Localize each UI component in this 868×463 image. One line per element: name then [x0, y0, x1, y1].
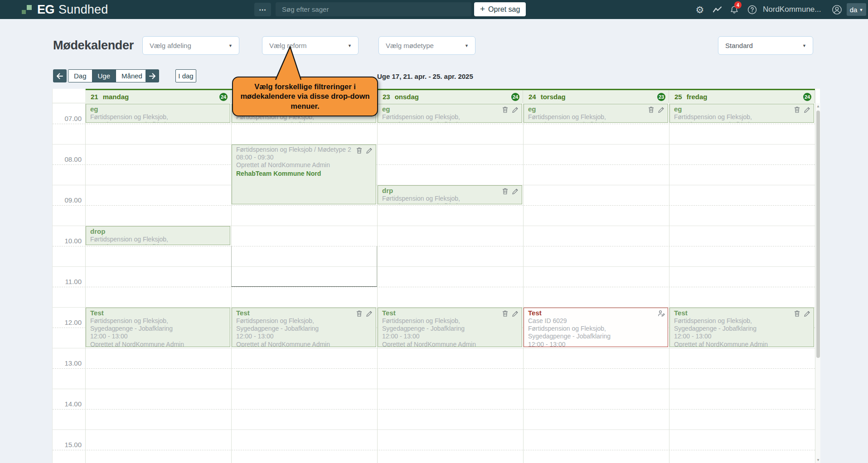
activity-button[interactable]: [711, 0, 723, 19]
arrow-left-icon: [56, 73, 63, 79]
delete-event-button[interactable]: [502, 310, 509, 317]
department-dropdown[interactable]: Vælg afdeling ▼: [142, 36, 239, 55]
department-placeholder: Vælg afdeling: [150, 42, 191, 49]
calendar-event[interactable]: dropFørtidspension og Fleksjob,Sygedagpe…: [86, 226, 230, 245]
time-label: 09.00: [53, 196, 82, 204]
half-hour-line: [53, 409, 815, 410]
settings-button[interactable]: ⚙: [693, 0, 706, 19]
calendar-event[interactable]: TestFørtidspension og Fleksjob,Sygedagpe…: [86, 308, 230, 347]
event-detail: Sygedagpenge - Jobafklaring: [528, 121, 664, 123]
delete-event-button[interactable]: [794, 106, 801, 113]
half-hour-line: [53, 164, 815, 165]
create-case-button[interactable]: + Opret sag: [474, 2, 526, 16]
case-search[interactable]: [276, 2, 471, 16]
day-name: mandag: [103, 93, 129, 101]
scrollbar-thumb[interactable]: [816, 111, 820, 358]
delete-event-button[interactable]: [502, 188, 509, 195]
event-detail: Sygedagpenge - Jobafklaring: [528, 333, 664, 340]
assign-user-button[interactable]: [658, 310, 665, 317]
day-header[interactable]: 21mandag24: [85, 90, 231, 103]
hour-line: [53, 429, 815, 430]
event-detail: Oprettet af NordKommune Admin: [382, 341, 518, 347]
day-name: fredag: [687, 93, 708, 101]
delete-event-button[interactable]: [502, 106, 509, 113]
event-detail: 12:00 - 13:00: [674, 333, 810, 340]
help-button[interactable]: [746, 0, 758, 19]
event-detail: Oprettet af NordKommune Admin: [90, 341, 226, 347]
tab-day[interactable]: Dag: [68, 70, 92, 82]
edit-event-button[interactable]: [366, 310, 373, 317]
delete-event-button[interactable]: [356, 310, 363, 317]
day-header[interactable]: 25fredag24: [669, 90, 815, 103]
trash-icon: [356, 310, 363, 317]
app-logo: EG Sundhed: [22, 0, 108, 19]
edit-event-button[interactable]: [658, 106, 665, 113]
edit-event-button[interactable]: [512, 188, 519, 195]
calendar-event[interactable]: TestFørtidspension og Fleksjob,Sygedagpe…: [378, 308, 522, 347]
calendar-event[interactable]: TestFørtidspension og Fleksjob,Sygedagpe…: [232, 308, 376, 347]
event-title: eg: [382, 105, 518, 113]
previous-week-button[interactable]: [53, 69, 67, 82]
event-actions: [648, 106, 665, 113]
event-detail: Sygedagpenge - Jobafklaring: [236, 121, 372, 123]
calendar-event[interactable]: drpFørtidspension og Fleksjob,Sygedagpen…: [378, 185, 522, 204]
meeting-type-dropdown[interactable]: Vælg mødetype ▼: [378, 36, 475, 55]
more-menu-button[interactable]: ⋯: [254, 3, 271, 16]
help-icon: [747, 5, 757, 14]
calendar-event[interactable]: TestCase ID 6029Førtidspension og Fleksj…: [524, 308, 668, 347]
event-detail: Oprettet af NordKommune Admin: [236, 341, 372, 347]
day-header[interactable]: 24torsdag23: [523, 90, 669, 103]
search-input[interactable]: [276, 2, 471, 16]
today-button[interactable]: I dag: [175, 69, 196, 82]
hour-line: [53, 144, 815, 145]
notifications-button[interactable]: 4: [728, 0, 741, 19]
ellipsis-icon: ⋯: [259, 6, 267, 14]
time-label: 11.00: [53, 278, 82, 285]
event-actions: [356, 310, 373, 317]
delete-event-button[interactable]: [648, 106, 655, 113]
trash-icon: [356, 147, 363, 154]
edit-event-button[interactable]: [804, 310, 811, 317]
day-header[interactable]: 23onsdag24: [377, 90, 523, 103]
language-value: da: [850, 6, 858, 14]
edit-event-button[interactable]: [512, 106, 519, 113]
event-detail: 12:00 - 13:00: [90, 333, 226, 340]
edit-icon: [804, 310, 810, 317]
plus-icon: +: [480, 4, 485, 14]
scroll-up-icon[interactable]: ▲: [815, 104, 821, 108]
edit-event-button[interactable]: [804, 106, 811, 113]
half-hour-line: [53, 124, 815, 124]
trash-icon: [502, 106, 509, 113]
calendar-event[interactable]: egFørtidspension og Fleksjob,Sygedagpeng…: [86, 104, 230, 123]
tab-week[interactable]: Uge: [92, 70, 116, 82]
event-detail: Sygedagpenge - Jobafklaring: [674, 325, 810, 333]
event-detail: Førtidspension og Fleksjob,: [90, 113, 226, 121]
calendar-event[interactable]: egFørtidspension og Fleksjob,Sygedagpeng…: [378, 104, 522, 123]
delete-event-button[interactable]: [356, 147, 363, 154]
calendar-scrollbar[interactable]: ▲ ▼: [815, 103, 820, 463]
scroll-down-icon[interactable]: ▼: [815, 458, 821, 462]
view-preset-dropdown[interactable]: Standard ▼: [718, 36, 813, 55]
delete-event-button[interactable]: [794, 310, 801, 317]
event-detail: Førtidspension og Fleksjob,: [90, 236, 226, 243]
selected-time-slot[interactable]: [231, 246, 377, 287]
calendar-event[interactable]: egFørtidspension og Fleksjob,Sygedagpeng…: [669, 104, 814, 123]
user-menu-button[interactable]: [830, 0, 843, 19]
event-actions: [356, 147, 373, 154]
event-detail: Sygedagpenge - Jobafklaring: [382, 203, 518, 204]
gear-icon: ⚙: [696, 5, 704, 14]
calendar-event[interactable]: egFørtidspension og Fleksjob,Sygedagpeng…: [524, 104, 668, 123]
event-title: Test: [236, 309, 372, 317]
product-name: Sundhed: [58, 3, 108, 17]
edit-icon: [366, 147, 373, 154]
edit-event-button[interactable]: [366, 147, 373, 154]
event-team-label: RehabTeam Kommune Nord: [236, 170, 372, 178]
day-count-badge: 23: [657, 93, 665, 101]
language-selector[interactable]: da ▼: [847, 3, 866, 16]
next-week-button[interactable]: [145, 69, 159, 82]
calendar-event[interactable]: TestFørtidspension og Fleksjob,Sygedagpe…: [669, 308, 814, 347]
edit-event-button[interactable]: [512, 310, 519, 317]
tab-month[interactable]: Måned: [116, 70, 148, 82]
time-label: 15.00: [53, 441, 82, 449]
calendar-event[interactable]: Førtidspension og Fleksjob / Mødetype 20…: [232, 145, 376, 204]
